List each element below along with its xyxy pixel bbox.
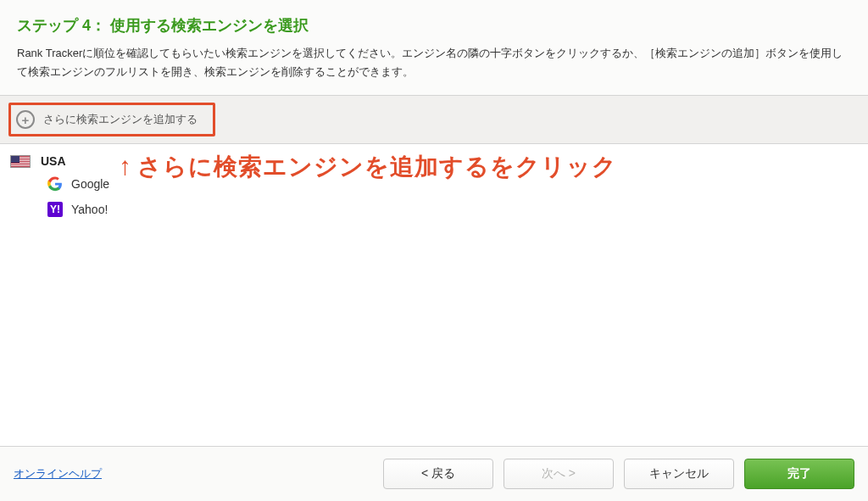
cancel-button[interactable]: キャンセル [624, 459, 734, 489]
step-description: Rank Trackerに順位を確認してもらいたい検索エンジンを選択してください… [17, 44, 851, 81]
done-button[interactable]: 完了 [744, 459, 854, 489]
add-search-engine-button[interactable]: + さらに検索エンジンを追加する [11, 105, 213, 134]
annotation-highlight-box: + さらに検索エンジンを追加する [8, 103, 215, 136]
engine-row-yahoo[interactable]: Y! Yahoo! [10, 197, 858, 222]
google-icon [47, 176, 63, 192]
engine-list: USA Google Y! Yahoo! ↑さらに検索エンジンを追加するをクリッ… [0, 144, 868, 446]
wizard-header: ステップ 4： 使用する検索エンジンを選択 Rank Trackerに順位を確認… [0, 0, 868, 96]
flag-usa-icon [10, 155, 31, 168]
country-row-usa: USA [10, 153, 858, 171]
wizard-footer: オンラインヘルプ < 戻る 次へ > キャンセル 完了 [0, 446, 868, 501]
add-search-engine-label: さらに検索エンジンを追加する [43, 112, 198, 127]
engine-name: Yahoo! [71, 203, 108, 216]
back-button[interactable]: < 戻る [383, 459, 493, 489]
online-help-link[interactable]: オンラインヘルプ [14, 466, 102, 482]
add-engine-bar: + さらに検索エンジンを追加する [0, 96, 868, 144]
step-title: ステップ 4： 使用する検索エンジンを選択 [17, 15, 851, 36]
engine-row-google[interactable]: Google [10, 171, 858, 197]
next-button: 次へ > [504, 459, 614, 489]
plus-circle-icon: + [16, 110, 35, 129]
engine-name: Google [71, 177, 109, 191]
yahoo-icon: Y! [47, 202, 63, 217]
country-name: USA [41, 154, 66, 168]
